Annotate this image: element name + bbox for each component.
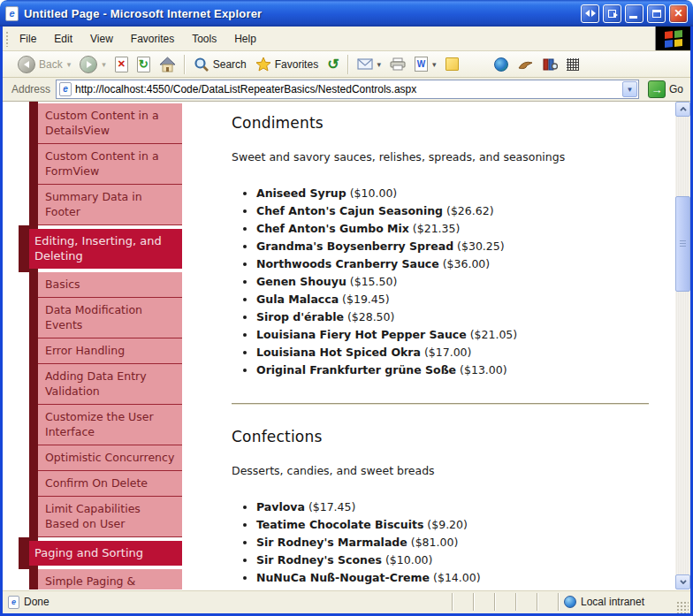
scroll-up-button[interactable] xyxy=(675,102,690,117)
sidebar-item-error-handling[interactable]: Error Handling xyxy=(38,338,182,364)
page-icon: e xyxy=(59,82,72,96)
go-button[interactable]: → Go xyxy=(644,80,687,99)
go-arrow-icon: → xyxy=(648,80,666,98)
product-name: Sirop d'érable xyxy=(256,310,344,323)
sidebar-item-adding-data-entry-validation[interactable]: Adding Data Entry Validation xyxy=(38,364,182,405)
product-name: Chef Anton's Cajun Seasoning xyxy=(256,204,443,217)
forward-dropdown-icon[interactable]: ▾ xyxy=(102,60,106,69)
menu-help[interactable]: Help xyxy=(225,29,265,49)
scrollbar-thumb[interactable] xyxy=(675,196,690,292)
vertical-scrollbar[interactable] xyxy=(675,102,690,589)
product-name: Teatime Chocolate Biscuits xyxy=(256,518,423,531)
sidebar-item-label: Adding Data Entry Validation xyxy=(45,369,147,398)
product-price: ($21.05) xyxy=(470,328,518,341)
menu-file[interactable]: File xyxy=(11,29,45,49)
menu-favorites[interactable]: Favorites xyxy=(122,29,183,49)
product-price: ($15.50) xyxy=(350,275,398,288)
mail-button[interactable]: ▾ xyxy=(354,57,385,72)
matrix-tool-button[interactable] xyxy=(563,57,583,72)
address-url[interactable]: http://localhost:4550/Code/DataListRepea… xyxy=(75,83,619,95)
product-item: NuNuCa Nuß-Nougat-Creme($14.00) xyxy=(256,569,651,587)
discuss-globe-button[interactable] xyxy=(491,56,512,73)
sidebar-item-custom-content-in-a-formview[interactable]: Custom Content in a FormView xyxy=(38,144,182,185)
scrollbar-track[interactable] xyxy=(675,117,690,574)
maximize-button[interactable] xyxy=(647,4,666,23)
titlebar-popout-button[interactable] xyxy=(603,4,621,23)
messenger-note-button[interactable] xyxy=(442,56,462,72)
product-price: ($17.45) xyxy=(308,500,356,513)
menubar-grip[interactable] xyxy=(4,30,9,47)
section-divider xyxy=(232,403,649,405)
sidebar-item-optimistic-concurrency[interactable]: Optimistic Concurrency xyxy=(38,445,182,471)
product-list: Aniseed Syrup($10.00)Chef Anton's Cajun … xyxy=(256,185,651,379)
word-icon: W xyxy=(415,57,428,72)
resize-grip[interactable] xyxy=(676,601,689,613)
product-price: ($10.00) xyxy=(385,553,433,567)
sidebar-item-summary-data-in-footer[interactable]: Summary Data in Footer xyxy=(38,185,182,225)
sidebar-section-editing-inserting-and-deleting[interactable]: Editing, Inserting, and Deleting xyxy=(19,229,182,269)
sidebar-item-custom-content-in-a-detailsview[interactable]: Custom Content in a DetailsView xyxy=(38,103,182,144)
sidebar-section-paging-and-sorting[interactable]: Paging and Sorting xyxy=(19,541,182,566)
window-title: Untitled Page - Microsoft Internet Explo… xyxy=(24,7,581,20)
mail-dropdown-icon[interactable]: ▾ xyxy=(377,60,382,69)
main-content: CondimentsSweet and savory sauces, relis… xyxy=(182,102,675,589)
favorites-star-icon xyxy=(255,57,271,72)
search-button[interactable]: Search xyxy=(190,55,250,74)
research-button[interactable] xyxy=(514,57,537,72)
stop-button[interactable]: ✕ xyxy=(111,55,132,74)
edit-with-word-button[interactable]: W ▾ xyxy=(411,55,440,73)
browser-window: e Untitled Page - Microsoft Internet Exp… xyxy=(0,0,693,616)
title-bar[interactable]: e Untitled Page - Microsoft Internet Exp… xyxy=(0,0,693,27)
maximize-icon xyxy=(652,10,661,18)
status-text: Done xyxy=(24,596,50,608)
product-price: ($21.35) xyxy=(413,222,461,235)
close-button[interactable]: ✕ xyxy=(669,4,688,23)
left-right-arrows-icon xyxy=(585,10,596,17)
sidebar-item-confirm-on-delete[interactable]: Confirm On Delete xyxy=(38,471,182,497)
history-button[interactable]: ↺ xyxy=(324,56,342,73)
category-section-condiments: CondimentsSweet and savory sauces, relis… xyxy=(232,114,651,379)
windows-logo-throbber xyxy=(655,27,690,50)
product-price: ($14.00) xyxy=(433,571,481,584)
sidebar-item-label: Custom Content in a FormView xyxy=(45,149,159,178)
titlebar-arrows-button[interactable] xyxy=(581,4,599,23)
section-subtitle: Sweet and savory sauces, relishes, sprea… xyxy=(232,150,651,164)
sidebar-item-customize-the-user-interface[interactable]: Customize the User Interface xyxy=(38,405,182,445)
refresh-button[interactable]: ↻ xyxy=(133,55,154,74)
scroll-down-button[interactable] xyxy=(675,574,690,589)
back-dropdown-icon[interactable]: ▾ xyxy=(67,60,72,69)
product-name: Sir Rodney's Scones xyxy=(256,553,382,567)
product-item: Gula Malacca($19.45) xyxy=(256,291,651,308)
menu-view[interactable]: View xyxy=(81,29,122,49)
menu-tools[interactable]: Tools xyxy=(183,29,225,49)
sidebar-item-label: Editing, Inserting, and Deleting xyxy=(34,234,162,262)
sticky-note-icon xyxy=(446,57,459,71)
print-button[interactable] xyxy=(386,56,409,72)
sidebar-item-data-modification-events[interactable]: Data Modification Events xyxy=(38,298,182,338)
security-zone-panel: Local intranet xyxy=(558,593,673,611)
sidebar-item-basics[interactable]: Basics xyxy=(38,272,182,298)
product-price: ($28.50) xyxy=(347,310,395,323)
address-dropdown-button[interactable]: ▼ xyxy=(622,81,637,97)
favorites-button[interactable]: Favorites xyxy=(252,55,322,73)
address-input[interactable]: e http://localhost:4550/Code/DataListRep… xyxy=(56,80,639,99)
word-dropdown-icon[interactable]: ▾ xyxy=(432,60,437,69)
minimize-button[interactable] xyxy=(625,4,644,23)
back-button[interactable]: Back ▾ xyxy=(14,54,74,75)
product-item: Grandma's Boysenberry Spread($30.25) xyxy=(256,238,651,255)
menu-edit[interactable]: Edit xyxy=(45,29,81,49)
ie-icon: e xyxy=(5,6,19,21)
sidebar-item-label: Error Handling xyxy=(45,344,125,357)
intranet-globe-icon xyxy=(564,596,576,608)
windows-flag-icon xyxy=(665,29,682,47)
encyclopedia-button[interactable] xyxy=(539,56,561,72)
forward-arrow-icon xyxy=(80,56,97,73)
forward-button[interactable]: ▾ xyxy=(76,54,110,75)
address-label: Address xyxy=(6,83,50,95)
sidebar-item-limit-capabilities-based-on-user[interactable]: Limit Capabilities Based on User xyxy=(38,497,182,537)
product-name: Grandma's Boysenberry Spread xyxy=(256,240,453,253)
product-name: Louisiana Hot Spiced Okra xyxy=(256,346,421,359)
home-button[interactable] xyxy=(156,55,179,74)
sidebar-item-simple-paging-sorting-examples[interactable]: Simple Paging & Sorting Examples xyxy=(38,569,182,589)
chevron-down-icon xyxy=(680,580,687,584)
